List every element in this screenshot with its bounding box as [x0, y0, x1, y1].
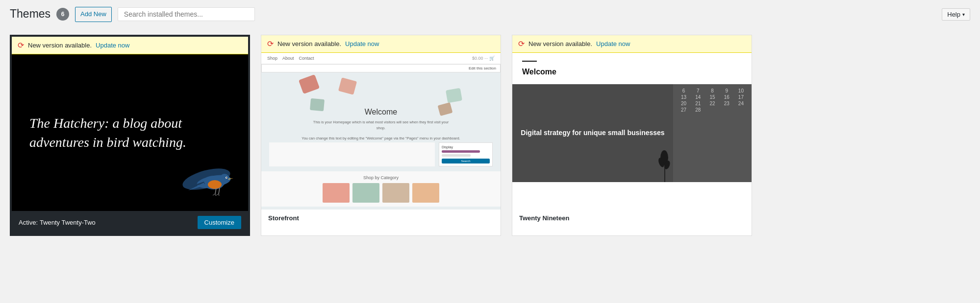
page-title: Themes	[10, 7, 50, 22]
update-link-tnineteen[interactable]: Update now	[596, 40, 630, 47]
search-input[interactable]	[118, 7, 255, 21]
page-header: Themes 6 Add New Help ▾	[0, 0, 980, 27]
chevron-down-icon: ▾	[962, 12, 965, 17]
category-items	[267, 183, 495, 203]
storefront-category-section: Shop by Category	[261, 171, 501, 207]
theme-footer-storefront: Storefront	[261, 210, 501, 227]
update-banner-storefront: ⟳ New version available. Update now	[261, 35, 501, 53]
theme-preview-storefront: Shop About Contact $0.00 ··· 🛒 Edit this…	[261, 53, 501, 210]
cal-8: 8	[705, 88, 719, 93]
cal-15: 15	[705, 94, 719, 100]
tnineteen-image: Digital strategy for unique small busine…	[512, 84, 752, 182]
cal-28: 28	[691, 107, 704, 113]
cal-23: 23	[720, 101, 733, 106]
active-text: Active:	[19, 219, 38, 226]
cal-14: 14	[691, 94, 704, 100]
storefront-welcome-text: This is your Homepage which is what most…	[312, 119, 450, 131]
update-banner-ttwo: ⟳ New version available. Update now	[12, 37, 248, 54]
svg-point-3	[220, 174, 229, 184]
update-icon-tnineteen: ⟳	[518, 39, 525, 48]
svg-line-9	[213, 194, 215, 195]
theme-count-badge: 6	[56, 8, 69, 21]
edit-section-bar: Edit this section	[261, 64, 501, 72]
svg-line-11	[216, 194, 219, 195]
add-new-button[interactable]: Add New	[75, 7, 112, 22]
tnineteen-tagline: Digital strategy for unique small busine…	[521, 128, 664, 138]
active-theme-label: Active: Twenty Twenty-Two	[19, 218, 96, 226]
help-button[interactable]: Help ▾	[942, 8, 970, 21]
svg-line-8	[219, 188, 220, 194]
bird-illustration	[179, 157, 238, 196]
theme-card-twenty-nineteen[interactable]: ⟳ New version available. Update now Welc…	[512, 35, 752, 236]
tnineteen-welcome: Welcome	[522, 68, 742, 76]
update-icon-storefront: ⟳	[267, 39, 274, 48]
cal-27: 27	[677, 107, 690, 113]
cal-21: 21	[691, 101, 704, 106]
svg-point-6	[226, 177, 227, 178]
cal-6: 6	[677, 88, 690, 93]
nav-contact: Contact	[299, 56, 314, 61]
calendar-overlay: 6 7 8 9 10 13 14 15 16 17 20 21 22 23 24…	[673, 84, 752, 182]
theme-preview-tnineteen: Welcome Digital strategy for unique smal…	[512, 53, 752, 210]
update-banner-tnineteen: ⟳ New version available. Update now	[512, 35, 752, 53]
cal-9: 9	[720, 88, 733, 93]
help-label: Help	[947, 11, 960, 18]
update-link-ttwo[interactable]: Update now	[96, 42, 129, 49]
storefront-nav-links: Shop About Contact	[267, 56, 314, 61]
category-title: Shop by Category	[267, 175, 495, 180]
update-text-storefront: New version available.	[277, 40, 341, 47]
theme-footer-ttwo: Active: Twenty Twenty-Two Customize	[12, 211, 248, 234]
themes-grid: ⟳ New version available. Update now The …	[0, 27, 980, 246]
tnineteen-text-overlay: Digital strategy for unique small busine…	[512, 84, 673, 182]
storefront-welcome-title: Welcome	[312, 108, 450, 117]
theme-preview-ttwo: The Hatchery: a blog about adventures in…	[12, 54, 248, 211]
customize-button[interactable]: Customize	[198, 216, 241, 229]
update-icon-ttwo: ⟳	[18, 41, 24, 50]
cal-20: 20	[677, 101, 690, 106]
cal-17: 17	[734, 94, 748, 100]
update-text-ttwo: New version available.	[28, 42, 92, 49]
svg-line-12	[219, 194, 219, 196]
tnineteen-top: Welcome	[512, 53, 752, 84]
tnineteen-divider	[522, 61, 537, 62]
cal-24: 24	[734, 101, 748, 106]
cal-16: 16	[720, 94, 733, 100]
storefront-nav: Shop About Contact $0.00 ··· 🛒	[261, 53, 501, 64]
svg-point-4	[208, 180, 222, 189]
nav-cart: $0.00 ··· 🛒	[472, 56, 495, 61]
cal-7: 7	[691, 88, 704, 93]
tnineteen-theme-name: Twenty Nineteen	[519, 214, 569, 222]
cal-22: 22	[705, 101, 719, 106]
cal-10: 10	[734, 88, 748, 93]
theme-card-storefront[interactable]: ⟳ New version available. Update now Shop…	[261, 35, 501, 236]
nav-shop: Shop	[267, 56, 277, 61]
update-link-storefront[interactable]: Update now	[345, 40, 379, 47]
ttwo-blog-text: The Hatchery: a blog about adventures in…	[29, 114, 230, 152]
active-theme-name: Twenty Twenty-Two	[40, 219, 96, 226]
storefront-theme-name: Storefront	[268, 214, 299, 222]
update-text-tnineteen: New version available.	[528, 40, 592, 47]
theme-card-twenty-twenty-two[interactable]: ⟳ New version available. Update now The …	[10, 35, 250, 236]
cal-13: 13	[677, 94, 690, 100]
svg-line-10	[215, 194, 216, 196]
nav-about: About	[282, 56, 294, 61]
theme-footer-tnineteen: Twenty Nineteen	[512, 210, 752, 227]
